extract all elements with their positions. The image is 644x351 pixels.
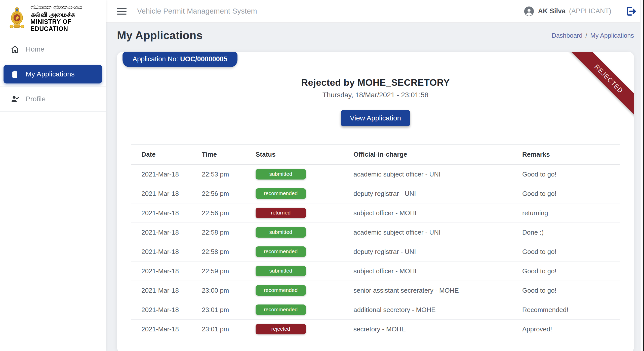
status-datetime: Thursday, 18/Mar/2021 - 23:01:58 [131,91,620,99]
cell-official: secretory - MOHE [353,320,522,339]
cell-remarks: Approved! [522,320,620,339]
cell-time: 23:01 pm [202,300,256,320]
cell-date: 2021-Mar-18 [131,203,202,223]
cell-status: returned [256,203,353,223]
cell-official: additional secretory - MOHE [353,300,522,320]
vertical-scrollbar[interactable] [640,0,644,351]
cell-time: 22:59 pm [202,261,256,281]
ministry-logo: අධ්‍යාපන අමාත්‍යාංශය கல்வி அமைச்சு MINIS… [0,0,106,37]
table-row: 2021-Mar-18 23:00 pm recommended senior … [131,281,620,300]
column-header-status: Status [256,145,353,165]
table-row: 2021-Mar-18 22:59 pm submitted subject o… [131,261,620,281]
table-row: 2021-Mar-18 22:53 pm submitted academic … [131,165,620,184]
cell-date: 2021-Mar-18 [131,320,202,339]
cell-date: 2021-Mar-18 [131,242,202,261]
clipboard-icon [11,70,19,78]
status-badge: recommended [256,246,306,257]
cell-status: rejected [256,320,353,339]
cell-official: subject officer - MOHE [353,261,522,281]
cell-remarks: Good to go! [522,242,620,261]
cell-time: 22:53 pm [202,165,256,184]
breadcrumb: Dashboard/My Applications [552,32,634,39]
menu-toggle-icon[interactable] [117,6,127,16]
column-header-date: Date [131,145,202,165]
breadcrumb-my-applications[interactable]: My Applications [590,32,634,39]
cell-time: 22:58 pm [202,242,256,261]
cell-status: recommended [256,300,353,320]
breadcrumb-separator: / [582,32,590,39]
page-title: My Applications [117,29,203,42]
status-heading: Rejected by MOHE_SECRETORY [131,77,620,88]
status-table-body: 2021-Mar-18 22:53 pm submitted academic … [131,165,620,339]
table-row: 2021-Mar-18 22:56 pm returned subject of… [131,203,620,223]
table-row: 2021-Mar-18 23:01 pm rejected secretory … [131,320,620,339]
cell-status: recommended [256,242,353,261]
status-badge: recommended [256,285,306,296]
sidebar: අධ්‍යාපන අමාත්‍යාංශය கல்வி அமைச்சு MINIS… [0,0,106,351]
cell-status: recommended [256,281,353,300]
cell-remarks: Good to go! [522,261,620,281]
breadcrumb-dashboard[interactable]: Dashboard [552,32,582,39]
sidebar-item-home[interactable]: Home [4,40,102,59]
status-badge: submitted [256,227,306,238]
cell-status: submitted [256,165,353,184]
cell-date: 2021-Mar-18 [131,184,202,203]
status-history-table: Date Time Status Official-in-charge Rema… [131,144,620,339]
sidebar-item-profile[interactable]: Profile [4,90,102,108]
person-check-icon [11,95,19,103]
cell-remarks: Recommended! [522,300,620,320]
sidebar-item-my-applications[interactable]: My Applications [4,65,102,83]
cell-official: senior assistant secreratery - MOHE [353,281,522,300]
ministry-emblem-icon [8,6,26,31]
table-row: 2021-Mar-18 22:58 pm submitted academic … [131,223,620,242]
user-name: AK Silva [538,7,566,15]
logout-icon[interactable] [625,6,636,17]
cell-time: 23:01 pm [202,320,256,339]
table-row: 2021-Mar-18 23:01 pm recommended additio… [131,300,620,320]
top-header: Vehicle Permit Management System AK Silv… [106,0,644,23]
cell-remarks: Good to go! [522,281,620,300]
status-badge: recommended [256,304,306,315]
status-badge: returned [256,208,306,218]
cell-date: 2021-Mar-18 [131,300,202,320]
column-header-official: Official-in-charge [353,145,522,165]
status-badge: rejected [256,324,306,334]
status-badge: recommended [256,188,306,199]
cell-official: deputy registrar - UNI [353,184,522,203]
status-badge: submitted [256,169,306,180]
application-status-card: Application No: UOC/00000005 REJECTED Re… [117,52,634,351]
user-role: (APPLICANT) [569,7,611,15]
cell-official: academic subject officer - UNI [353,165,522,184]
cell-official: deputy registrar - UNI [353,242,522,261]
table-row: 2021-Mar-18 22:56 pm recommended deputy … [131,184,620,203]
logo-text-sinhala: අධ්‍යාපන අමාත්‍යාංශය [30,4,102,11]
sidebar-item-label: Profile [26,95,46,103]
sidebar-item-label: Home [26,45,45,53]
cell-official: subject officer - MOHE [353,203,522,223]
column-header-time: Time [202,145,256,165]
logo-text-english: MINISTRY OF EDUCATION [30,18,102,32]
cell-remarks: Good to go! [522,165,620,184]
table-header-row: Date Time Status Official-in-charge Rema… [131,145,620,165]
home-icon [11,45,19,54]
view-application-button[interactable]: View Application [341,110,410,126]
cell-official: academic subject officer - UNI [353,223,522,242]
table-row: 2021-Mar-18 22:58 pm recommended deputy … [131,242,620,261]
cell-date: 2021-Mar-18 [131,281,202,300]
cell-remarks: returning [522,203,620,223]
logo-text-tamil: கல்வி அமைச்சு [30,11,102,18]
cell-remarks: Good to go! [522,184,620,203]
column-header-remarks: Remarks [522,145,620,165]
cell-time: 22:58 pm [202,223,256,242]
cell-remarks: Done :) [522,223,620,242]
cell-status: recommended [256,184,353,203]
cell-date: 2021-Mar-18 [131,261,202,281]
avatar-icon [524,6,534,17]
cell-status: submitted [256,223,353,242]
status-badge: submitted [256,266,306,276]
cell-date: 2021-Mar-18 [131,223,202,242]
application-number-label: Application No: [133,55,180,63]
cell-date: 2021-Mar-18 [131,165,202,184]
sidebar-item-label: My Applications [26,70,75,78]
application-number-badge: Application No: UOC/00000005 [123,52,237,67]
